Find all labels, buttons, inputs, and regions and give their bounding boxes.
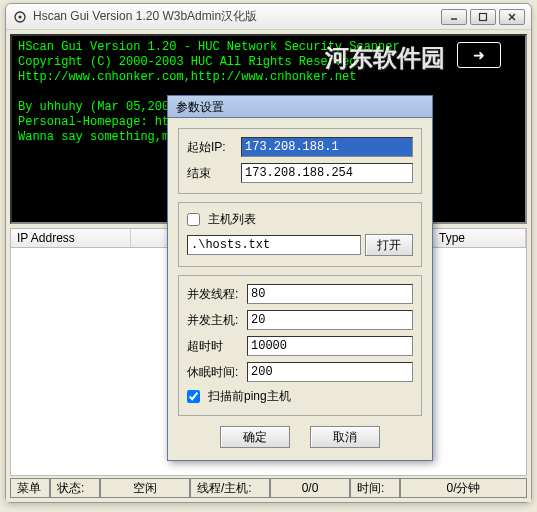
- window-title: Hscan Gui Version 1.20 W3bAdmin汉化版: [33, 8, 441, 25]
- status-state-label: 状态:: [50, 478, 100, 498]
- ok-button[interactable]: 确定: [220, 426, 290, 448]
- status-bar: 菜单 状态: 空闲 线程/主机: 0/0 时间: 0/分钟: [10, 478, 527, 498]
- hostlist-checkbox[interactable]: [187, 213, 200, 226]
- sleep-input[interactable]: [247, 362, 413, 382]
- settings-dialog: 参数设置 起始IP: 结束 主机列表 打开 并发线程:: [167, 95, 433, 461]
- close-button[interactable]: [499, 9, 525, 25]
- maximize-button[interactable]: [470, 9, 496, 25]
- column-ip-address[interactable]: IP Address: [11, 229, 131, 247]
- watermark-text: 河东软件园: [325, 42, 445, 74]
- ip-range-group: 起始IP: 结束: [178, 128, 422, 194]
- hosts-input[interactable]: [247, 310, 413, 330]
- status-threads-value: 0/0: [270, 478, 350, 498]
- hostlist-path-input[interactable]: [187, 235, 361, 255]
- start-ip-label: 起始IP:: [187, 139, 237, 156]
- term-line: Copyright (C) 2000-2003 HUC All Rights R…: [14, 55, 523, 70]
- sleep-label: 休眠时间:: [187, 364, 243, 381]
- term-line: HScan Gui Version 1.20 - HUC Network Sec…: [14, 40, 523, 55]
- app-icon: [12, 9, 28, 25]
- start-ip-input[interactable]: [241, 137, 413, 157]
- status-time-label: 时间:: [350, 478, 400, 498]
- scan-params-group: 并发线程: 并发主机: 超时时 休眠时间: 扫描前ping主机: [178, 275, 422, 416]
- status-rate-value: 0/分钟: [400, 478, 527, 498]
- svg-point-1: [19, 15, 22, 18]
- end-ip-label: 结束: [187, 165, 237, 182]
- dialog-title: 参数设置: [168, 96, 432, 118]
- hostlist-label: 主机列表: [208, 211, 256, 228]
- ping-label: 扫描前ping主机: [208, 388, 291, 405]
- cancel-button[interactable]: 取消: [310, 426, 380, 448]
- status-state-value: 空闲: [100, 478, 190, 498]
- open-button[interactable]: 打开: [365, 234, 413, 256]
- minimize-button[interactable]: [441, 9, 467, 25]
- titlebar: Hscan Gui Version 1.20 W3bAdmin汉化版: [6, 4, 531, 30]
- window-controls: [441, 9, 525, 25]
- threads-input[interactable]: [247, 284, 413, 304]
- threads-label: 并发线程:: [187, 286, 243, 303]
- hosts-label: 并发主机:: [187, 312, 243, 329]
- term-line: Http://www.cnhonker.com,http://www.cnhon…: [14, 70, 523, 85]
- watermark-arrow-icon: ➜: [457, 42, 501, 68]
- status-threads-label: 线程/主机:: [190, 478, 270, 498]
- hostlist-group: 主机列表 打开: [178, 202, 422, 267]
- svg-rect-3: [480, 13, 487, 20]
- status-menu[interactable]: 菜单: [10, 478, 50, 498]
- timeout-input[interactable]: [247, 336, 413, 356]
- ping-checkbox[interactable]: [187, 390, 200, 403]
- timeout-label: 超时时: [187, 338, 243, 355]
- end-ip-input[interactable]: [241, 163, 413, 183]
